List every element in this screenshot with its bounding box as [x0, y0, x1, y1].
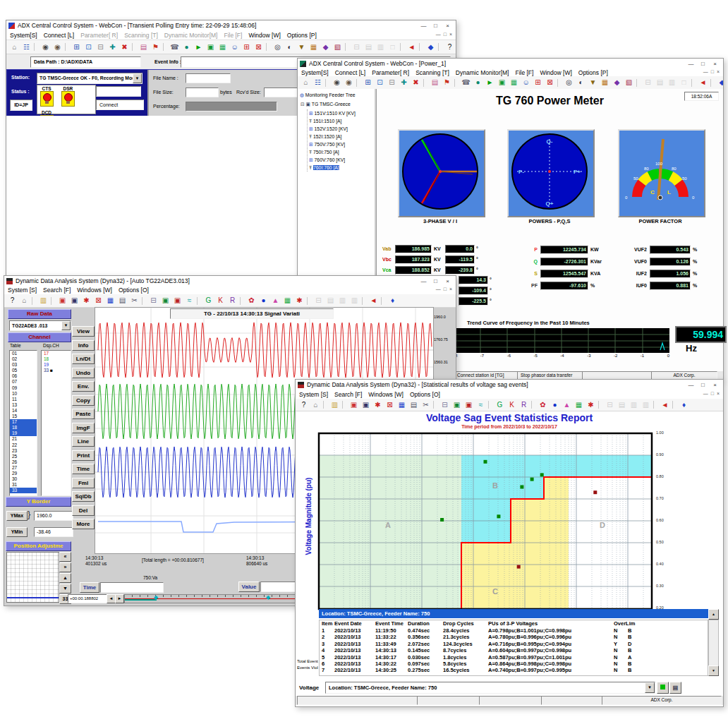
poll-icon[interactable]: ●: [472, 78, 484, 88]
chart-icon[interactable]: ◆: [611, 78, 623, 88]
station-dropdown-arrow[interactable]: ▼: [133, 73, 142, 83]
function-button[interactable]: SqlDb: [72, 491, 95, 502]
export-icon[interactable]: ⊟: [604, 400, 616, 410]
config-icon[interactable]: ▤: [429, 78, 441, 88]
mdi-controls[interactable]: —□×: [436, 32, 452, 37]
file-dropdown-arrow[interactable]: ▼: [61, 321, 71, 330]
menu-item[interactable]: Connect [L]: [335, 69, 365, 76]
print2-icon[interactable]: ▤: [324, 296, 336, 306]
function-button[interactable]: Line: [72, 436, 95, 447]
tool-k-icon[interactable]: K: [506, 400, 518, 410]
channel-item[interactable]: 17: [10, 419, 37, 425]
export-icon[interactable]: ⊟: [313, 296, 324, 306]
remote-screen-icon[interactable]: ⊡: [83, 42, 95, 52]
table-scroll-up[interactable]: ▲: [708, 609, 719, 620]
table-scroll-down[interactable]: ▼: [708, 665, 719, 676]
position-button[interactable]: ▼: [59, 584, 71, 594]
menu-item[interactable]: System [S]: [8, 287, 37, 294]
exit-icon[interactable]: ⌂: [8, 42, 20, 52]
connect-button[interactable]: Connect: [96, 100, 144, 110]
menu-item[interactable]: System[S]: [10, 32, 37, 39]
file-name-field[interactable]: [186, 73, 231, 83]
channel-item[interactable]: 25: [10, 454, 37, 459]
dial-icon[interactable]: ☎: [460, 78, 472, 88]
station-list-icon[interactable]: ☷: [312, 78, 324, 88]
function-button[interactable]: Print: [72, 450, 95, 461]
channel-item[interactable]: 13: [10, 402, 37, 408]
search-report-icon[interactable]: ◎: [272, 42, 284, 52]
channel-item[interactable]: 30: [10, 476, 37, 482]
toolbar-icon[interactable]: [32, 297, 36, 305]
phasor-icon[interactable]: ♦: [387, 296, 399, 306]
toolbar-icon[interactable]: [691, 79, 696, 87]
toolbar-icon[interactable]: [400, 43, 404, 51]
minimize-button[interactable]: —: [418, 278, 430, 284]
event-row[interactable]: 62022/10/1314:30:22 0.097sec5.8cyclesA=0…: [320, 661, 708, 667]
function-button[interactable]: ImgF: [72, 423, 95, 433]
toolbar-icon[interactable]: [381, 297, 385, 305]
screen1-icon[interactable]: ▣: [496, 78, 508, 88]
function-button[interactable]: Del: [72, 505, 95, 516]
channel-item[interactable]: 15: [10, 414, 37, 419]
find-icon[interactable]: ◉: [40, 42, 51, 52]
save-icon[interactable]: ▦: [104, 296, 116, 306]
toolbar-icon[interactable]: [34, 43, 38, 51]
function-button[interactable]: Undo: [72, 368, 95, 378]
save3-icon[interactable]: ▥: [640, 400, 652, 410]
screen-green-icon[interactable]: ▣: [451, 400, 463, 410]
slider-marker-end[interactable]: ◆: [266, 594, 270, 601]
help-icon[interactable]: ?: [444, 42, 456, 52]
chart-pink-icon[interactable]: ▲: [269, 296, 281, 306]
open-icon[interactable]: ▥: [37, 296, 49, 306]
menu-item[interactable]: Scanning [T]: [124, 32, 158, 39]
config-icon[interactable]: ▤: [138, 42, 150, 52]
menu-item[interactable]: Connect [L]: [44, 32, 74, 39]
traffic-light-icon[interactable]: ⚑: [150, 42, 162, 52]
chart-green-icon[interactable]: ▦: [281, 296, 293, 306]
sound-icon[interactable]: ◄: [368, 296, 380, 306]
tree-expand-icon[interactable]: ⊟: [301, 102, 305, 107]
channel-item[interactable]: 29: [10, 471, 37, 476]
offset-field[interactable]: +00:00.188802: [68, 594, 107, 603]
menu-item[interactable]: System[S]: [301, 69, 329, 76]
display-channel-item[interactable]: 18: [42, 356, 71, 362]
toolbar-icon[interactable]: [325, 79, 329, 87]
toolbar-icon[interactable]: [342, 401, 346, 409]
screen-green-icon[interactable]: ▣: [159, 296, 171, 306]
tool-r-icon[interactable]: R: [226, 296, 238, 306]
minimize-button[interactable]: —: [685, 61, 697, 67]
channel-table-list[interactable]: 0102030506070910111314151718192122232526…: [9, 350, 37, 496]
tree-item[interactable]: ⊞ 760V:760 [KV]: [309, 156, 356, 164]
help-icon[interactable]: ?: [6, 296, 18, 306]
toolbar-icon[interactable]: [557, 79, 562, 87]
toolbar-icon[interactable]: [323, 401, 327, 409]
event-row[interactable]: 42022/10/1314:30:13 0.145sec8.7cyclesA=0…: [320, 647, 708, 653]
menu-item[interactable]: Windows [W]: [368, 391, 404, 398]
toolbar-icon[interactable]: [598, 401, 602, 409]
copy-icon[interactable]: ⊟: [439, 400, 451, 410]
function-button[interactable]: Fml: [72, 478, 95, 488]
toolbar-icon[interactable]: [266, 43, 270, 51]
chart-icon[interactable]: ◆: [320, 42, 332, 52]
function-button[interactable]: Ln/Dt: [72, 354, 95, 364]
close-button[interactable]: ×: [442, 23, 454, 29]
channel-item[interactable]: 23: [10, 448, 37, 454]
copy-page-icon[interactable]: ⊟: [95, 42, 107, 52]
function-button[interactable]: View: [72, 326, 95, 337]
id-button[interactable]: ID=JP: [10, 100, 32, 111]
toolbar-icon[interactable]: [362, 297, 366, 305]
new-view-icon[interactable]: ▣: [56, 296, 68, 306]
find-icon[interactable]: ◉: [331, 78, 343, 88]
function-button[interactable]: Paste: [72, 409, 95, 419]
slider-marker-start[interactable]: ◆: [154, 594, 158, 601]
remote-screen-icon[interactable]: ⊡: [374, 78, 386, 88]
time-field[interactable]: [100, 582, 164, 593]
minimize-button[interactable]: —: [685, 382, 697, 388]
menu-item[interactable]: Windows [W]: [77, 287, 112, 294]
titlebar[interactable]: ADX Central Control System - WebCon - [T…: [6, 20, 456, 31]
tree-item[interactable]: ⊞ 151V:1510 KV [KV]: [309, 109, 356, 117]
star-red-icon[interactable]: ✱: [293, 296, 305, 306]
step-right-button[interactable]: ►: [115, 594, 124, 603]
location-dropdown-arrow[interactable]: ▼: [645, 682, 655, 693]
toolbar-icon[interactable]: [197, 297, 201, 305]
